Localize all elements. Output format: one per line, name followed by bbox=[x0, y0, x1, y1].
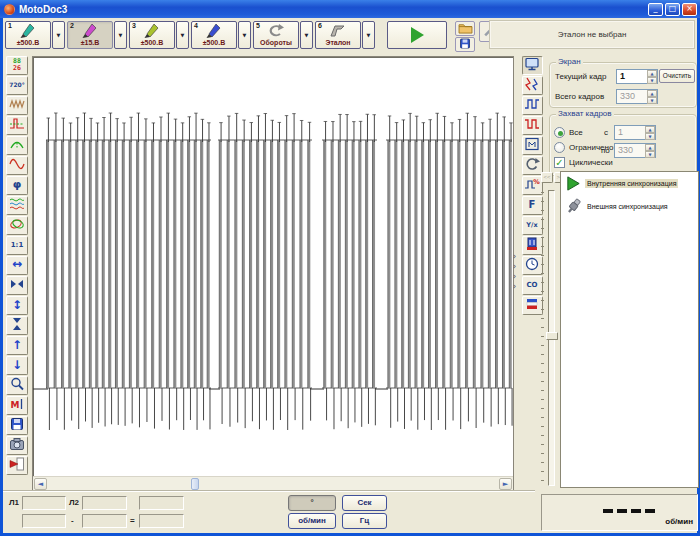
battery-tab[interactable] bbox=[522, 236, 543, 255]
sidebar-expand-vertical-button[interactable]: ↕ bbox=[6, 296, 28, 315]
ratio-tab[interactable]: Y/x bbox=[522, 216, 543, 235]
sidebar-scale-1to1-button[interactable]: 1:1 bbox=[6, 236, 28, 255]
flag-tab[interactable] bbox=[522, 296, 543, 315]
sidebar-pulse-markers-button[interactable] bbox=[6, 116, 28, 135]
l2-value-field[interactable] bbox=[82, 514, 127, 528]
channel-3-dropdown[interactable]: ▼ bbox=[176, 21, 189, 49]
plot-hscrollbar[interactable]: ◄ ► bbox=[33, 476, 513, 490]
channel-3-button[interactable]: 3±500.В bbox=[129, 21, 175, 49]
rotation-tab[interactable] bbox=[522, 156, 543, 175]
channel-2-dropdown[interactable]: ▼ bbox=[114, 21, 127, 49]
pulse-red-tab[interactable] bbox=[522, 116, 543, 135]
scroll-left-arrow-icon[interactable]: ◄ bbox=[34, 478, 47, 490]
sidebar-shift-up-button[interactable]: ↑ bbox=[6, 336, 28, 355]
sidebar-compress-horizontal-button[interactable] bbox=[6, 276, 28, 295]
rpm-display: об/мин bbox=[541, 494, 698, 531]
l1-field[interactable] bbox=[22, 496, 66, 510]
sidebar-expand-horizontal-button[interactable]: ↔ bbox=[6, 256, 28, 275]
checkbox-cyclic[interactable]: ✓ bbox=[554, 157, 565, 168]
sidebar-export-report-button[interactable] bbox=[6, 456, 28, 475]
radio-limited[interactable] bbox=[554, 142, 565, 153]
sidebar-cycle-720-button[interactable]: 720° bbox=[6, 76, 28, 95]
result-field-bottom[interactable] bbox=[139, 514, 184, 528]
channel-5-button[interactable]: 5Обороты bbox=[253, 21, 299, 49]
title-bar[interactable]: MotoDoc3 _ □ × bbox=[0, 0, 700, 18]
radio-all[interactable] bbox=[554, 127, 565, 138]
ignition-spark-tab[interactable] bbox=[522, 76, 543, 95]
slider-thumb[interactable] bbox=[546, 332, 558, 340]
channel-caption: Эталон bbox=[325, 39, 350, 47]
sidebar-lissajous-button[interactable] bbox=[6, 216, 28, 235]
svg-text:%: % bbox=[533, 178, 540, 186]
slider-tick-marks bbox=[541, 192, 544, 484]
current-frame-spinner[interactable]: 1 ▲▼ bbox=[616, 69, 658, 84]
duty-cycle-tab[interactable]: % bbox=[522, 176, 543, 195]
channel-1-button[interactable]: 1±500.В bbox=[5, 21, 51, 49]
l1-value-field[interactable] bbox=[22, 514, 66, 528]
close-button[interactable]: × bbox=[682, 3, 697, 16]
compress-horizontal-icon bbox=[9, 276, 25, 296]
scrollbar-thumb[interactable] bbox=[191, 478, 199, 490]
snapshot-camera-icon bbox=[9, 436, 25, 456]
channel-1-group: 1±500.В▼ bbox=[5, 21, 65, 49]
sidebar-zoom-button[interactable] bbox=[6, 376, 28, 395]
l2-field[interactable] bbox=[82, 496, 127, 510]
channel-4-group: 4±500.В▼ bbox=[191, 21, 251, 49]
sync-item-label: Внутренняя синхронизация bbox=[585, 179, 678, 188]
sidebar-sine-signal-button[interactable] bbox=[6, 156, 28, 175]
channel-1-dropdown[interactable]: ▼ bbox=[52, 21, 65, 49]
screen-tab[interactable] bbox=[522, 56, 543, 75]
unit-sec-button[interactable]: Сек bbox=[342, 495, 387, 511]
sidebar-save-frame-button[interactable] bbox=[6, 416, 28, 435]
oscilloscope-plot[interactable]: ◄ ► bbox=[32, 56, 514, 491]
sync-list-item[interactable]: Внутренняя синхронизация bbox=[561, 172, 698, 195]
engine-view-tab[interactable] bbox=[522, 136, 543, 155]
channel-6-dropdown[interactable]: ▼ bbox=[362, 21, 375, 49]
unit-hz-button[interactable]: Гц bbox=[342, 513, 387, 529]
sidebar-phase-button[interactable]: φ bbox=[6, 176, 28, 195]
current-frame-value[interactable]: 1 bbox=[617, 70, 647, 83]
save-frame-icon bbox=[9, 416, 25, 436]
time-tab[interactable] bbox=[522, 256, 543, 275]
channel-5-dropdown[interactable]: ▼ bbox=[300, 21, 313, 49]
sidebar-frames-counter-button[interactable]: 8826 bbox=[6, 56, 28, 75]
channel-6-button[interactable]: 6Эталон bbox=[315, 21, 361, 49]
co-gas-tab[interactable]: CO bbox=[522, 276, 543, 295]
sidebar-overlay-waves-button[interactable] bbox=[6, 196, 28, 215]
frequency-tab[interactable]: F bbox=[522, 196, 543, 215]
minimize-button[interactable]: _ bbox=[648, 3, 663, 16]
channel-2-button[interactable]: 2±15.В bbox=[67, 21, 113, 49]
spin-up-icon[interactable]: ▲ bbox=[647, 70, 657, 77]
channel-4-button[interactable]: 4±500.В bbox=[191, 21, 237, 49]
channel-number: 6 bbox=[318, 22, 322, 29]
channel-4-dropdown[interactable]: ▼ bbox=[238, 21, 251, 49]
pulse-blue-tab[interactable] bbox=[522, 96, 543, 115]
channel-caption: ±500.В bbox=[141, 39, 164, 47]
spin-down-icon: ▼ bbox=[647, 97, 657, 104]
rpm-unit-label: об/мин bbox=[665, 517, 693, 526]
sidebar-primary-signal-button[interactable] bbox=[6, 96, 28, 115]
sidebar-measure-marker-button[interactable]: М bbox=[6, 396, 28, 415]
clear-button[interactable]: Очистить bbox=[659, 69, 695, 83]
save-file-button[interactable] bbox=[455, 37, 475, 52]
sidebar-shift-down-button[interactable]: ↓ bbox=[6, 356, 28, 375]
sync-list-item[interactable]: Внешняя синхронизация bbox=[561, 195, 698, 218]
spin-up-icon: ▲ bbox=[645, 126, 655, 133]
open-file-button[interactable] bbox=[455, 21, 475, 36]
rpm-dash bbox=[631, 509, 641, 513]
svg-text:26: 26 bbox=[13, 64, 21, 72]
scroll-right-arrow-icon[interactable]: ► bbox=[499, 478, 512, 490]
start-capture-button[interactable] bbox=[387, 21, 447, 49]
sidebar-dwell-arc-button[interactable] bbox=[6, 136, 28, 155]
unit-rpm-button[interactable]: об/мин bbox=[288, 513, 336, 529]
unit-degrees-button[interactable]: ° bbox=[288, 495, 336, 511]
to-value: 330 bbox=[615, 144, 645, 157]
sync-level-slider[interactable] bbox=[546, 190, 558, 486]
maximize-button[interactable]: □ bbox=[665, 3, 680, 16]
result-field-top[interactable] bbox=[139, 496, 184, 510]
sidebar-compress-vertical-button[interactable] bbox=[6, 316, 28, 335]
sidebar-snapshot-camera-button[interactable] bbox=[6, 436, 28, 455]
svg-text:1:1: 1:1 bbox=[10, 241, 23, 249]
spin-down-icon[interactable]: ▼ bbox=[647, 77, 657, 84]
sync-prev-button[interactable]: << bbox=[541, 172, 553, 183]
